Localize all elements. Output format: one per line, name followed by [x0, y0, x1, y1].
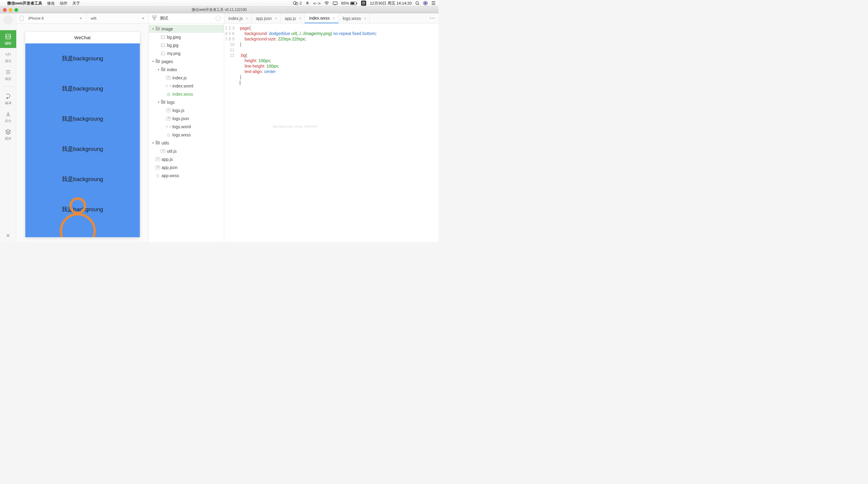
svg-rect-14 [154, 19, 155, 20]
tree-item-app-json[interactable]: JNapp.json [149, 163, 224, 171]
tree-item-label: util.js [167, 149, 177, 153]
file-tree-panel: 测试 ⋯ ▼imagebg.jpegbg.jpgmy.png▼pages▼ind… [149, 13, 224, 242]
tab-close-button[interactable]: × [246, 16, 248, 21]
window-minimize-button[interactable] [9, 8, 12, 12]
preview-toolbar: iPhone 6 wifi [16, 13, 149, 24]
svg-rect-6 [356, 3, 357, 4]
wifi-icon[interactable] [324, 1, 329, 5]
tree-item-utils[interactable]: ▼utils [149, 139, 224, 147]
tool-background[interactable]: 后台 [0, 108, 16, 125]
tool-cache[interactable]: 缓存 [0, 125, 16, 143]
tab-index-wxss[interactable]: index.wxss× [305, 13, 338, 23]
nav-edit[interactable]: 编辑 [0, 30, 16, 48]
tree-item-label: bg.jpg [167, 43, 179, 48]
code-content[interactable]: page{ background: dodgerblue url(../../i… [238, 24, 438, 242]
code-icon[interactable]: <·> [313, 1, 321, 6]
tree-item-logs-wxml[interactable]: < >logs.wxml [149, 122, 224, 131]
left-sidebar: 编辑 调试 项目 编译 后台 缓存 ✕ [0, 13, 16, 242]
tree-item-util-js[interactable]: JSutil.js [149, 147, 224, 155]
bg-row: 我是backgroung [25, 74, 140, 104]
file-tree[interactable]: ▼imagebg.jpegbg.jpgmy.png▼pages▼indexJSi… [149, 24, 224, 242]
structure-icon[interactable] [152, 16, 157, 21]
code-editor[interactable]: 1 2 3 4 5 6 7 8 9 10 11 12 page{ backgro… [224, 24, 438, 242]
tab-close-button[interactable]: × [333, 16, 335, 21]
tab-app-json[interactable]: app.json× [252, 13, 281, 23]
svg-rect-17 [161, 44, 165, 47]
tree-item-index-js[interactable]: JSindex.js [149, 74, 224, 82]
svg-rect-5 [351, 2, 354, 4]
menu-action[interactable]: 动作 [60, 1, 67, 6]
spotlight-icon[interactable] [415, 1, 420, 5]
wechat-badge: 2 [300, 1, 302, 5]
display-icon[interactable] [333, 1, 338, 5]
tree-item-app-js[interactable]: JSapp.js [149, 155, 224, 163]
preview-panel: iPhone 6 wifi WeChat 我是backgroung 我是back… [16, 13, 149, 242]
tree-item-my-png[interactable]: my.png [149, 49, 224, 57]
tree-item-label: image [161, 27, 173, 31]
bg-row: 我是backgroung [25, 164, 140, 194]
tree-item-index-wxss[interactable]: { }index.wxss [149, 90, 224, 98]
disclosure-arrow-icon: ▼ [157, 68, 160, 71]
tree-item-index-wxml[interactable]: < >index.wxml [149, 82, 224, 90]
ime-indicator[interactable]: 拼 [361, 1, 366, 6]
tree-item-label: app.js [161, 157, 173, 162]
battery-percent: 65% [341, 1, 349, 5]
window-close-button[interactable] [3, 8, 7, 12]
tree-header: 测试 ⋯ [149, 13, 224, 24]
simulator-frame[interactable]: WeChat 我是backgroung 我是backgroung 我是backg… [25, 32, 140, 237]
tree-item-app-wxss[interactable]: { }app.wxss [149, 171, 224, 179]
tree-item-logs-wxss[interactable]: { }logs.wxss [149, 131, 224, 139]
editor-panel: index.js×app.json×app.js×index.wxss×logs… [224, 13, 438, 242]
tool-cache-label: 缓存 [5, 136, 11, 141]
tree-item-index[interactable]: ▼index [149, 65, 224, 74]
tree-item-image[interactable]: ▼image [149, 25, 224, 33]
tree-item-logs-js[interactable]: JSlogs.js [149, 106, 224, 114]
nav-debug[interactable]: 调试 [0, 48, 16, 66]
tree-item-bg-jpg[interactable]: bg.jpg [149, 41, 224, 49]
svg-point-9 [424, 2, 427, 4]
tree-item-label: app.wxss [161, 173, 179, 178]
tree-item-logs[interactable]: ▼logs [149, 98, 224, 106]
clock[interactable]: 12月30日 周五 14:14:20 [370, 1, 412, 6]
wechat-status-icon[interactable]: 2 [293, 1, 302, 5]
macos-menubar: 微信web开发者工具 修改 动作 关于 2 <·> 65% 拼 12月30日 周… [0, 0, 438, 7]
tab-app-js[interactable]: app.js× [281, 13, 305, 23]
tree-item-label: logs.json [173, 116, 189, 121]
bg-row: 我是backgroung [25, 104, 140, 134]
tree-item-logs-json[interactable]: JNlogs.json [149, 114, 224, 122]
svg-point-7 [416, 1, 418, 4]
tab-close-button[interactable]: × [364, 16, 367, 21]
tree-item-label: index [167, 67, 177, 72]
svg-rect-19 [161, 52, 165, 55]
sidebar-close-button[interactable]: ✕ [6, 232, 10, 239]
siri-icon[interactable] [423, 1, 428, 5]
device-select[interactable]: iPhone 6 [16, 13, 87, 23]
tree-more-button[interactable]: ⋯ [216, 16, 221, 21]
nav-project[interactable]: 项目 [0, 66, 16, 84]
window-zoom-button[interactable] [14, 8, 18, 12]
tab-logs-wxss[interactable]: logs.wxss× [338, 13, 370, 23]
avatar[interactable] [3, 15, 13, 25]
sim-body: 我是backgroung 我是backgroung 我是backgroung 我… [25, 44, 140, 237]
menu-extras-icon[interactable]: ☰ [431, 0, 435, 6]
svg-rect-15 [161, 35, 165, 39]
tab-label: logs.wxss [343, 16, 361, 21]
person-icon [69, 197, 96, 237]
menu-app-name[interactable]: 微信web开发者工具 [7, 1, 42, 6]
svg-rect-12 [152, 16, 154, 17]
tree-item-bg-jpeg[interactable]: bg.jpeg [149, 33, 224, 41]
tool-compile[interactable]: 编译 [0, 90, 16, 108]
tree-item-pages[interactable]: ▼pages [149, 57, 224, 65]
notification-icon[interactable] [305, 1, 310, 5]
tab-index-js[interactable]: index.js× [224, 13, 252, 23]
network-select[interactable]: wifi [87, 13, 149, 23]
battery-status[interactable]: 65% [341, 1, 358, 5]
menu-modify[interactable]: 修改 [47, 1, 55, 6]
svg-rect-3 [333, 2, 337, 4]
tabbar-more-button[interactable]: ••• [430, 16, 435, 21]
svg-point-1 [295, 2, 298, 4]
tab-close-button[interactable]: × [299, 16, 301, 21]
menu-about[interactable]: 关于 [72, 1, 80, 6]
tab-close-button[interactable]: × [275, 16, 277, 21]
nav-edit-label: 编辑 [5, 41, 11, 46]
